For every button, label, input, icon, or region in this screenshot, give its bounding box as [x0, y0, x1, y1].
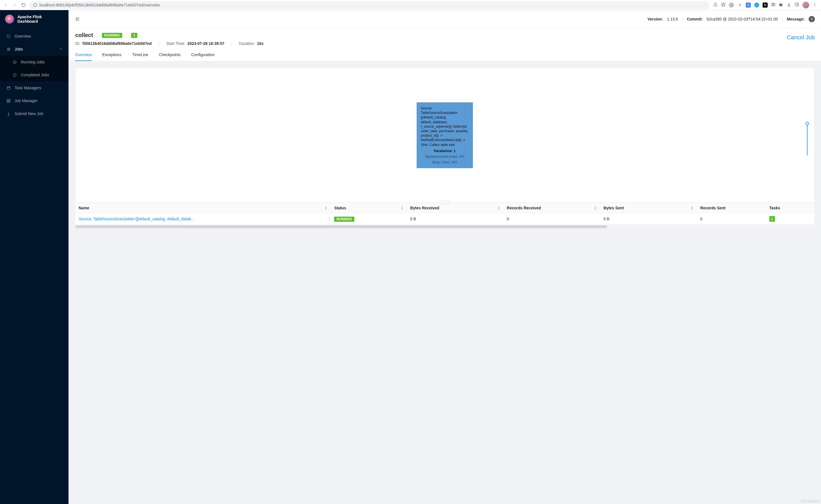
col-bytes-sent[interactable]: Bytes Sent▲▼: [600, 203, 697, 213]
panel-icon[interactable]: [795, 2, 799, 8]
tab-overview[interactable]: Overview: [75, 49, 91, 61]
sort-icon: ▲▼: [497, 206, 500, 210]
job-name: collect: [75, 32, 93, 38]
svg-rect-8: [795, 3, 799, 6]
sort-icon: ▲▼: [401, 206, 403, 210]
back-button[interactable]: [2, 2, 9, 8]
extension-icon[interactable]: G: [746, 3, 751, 8]
svg-point-10: [815, 3, 815, 3]
extension-icon[interactable]: …: [754, 3, 759, 8]
subtask-table: ⋯ Name▲▼ Status▲▼ Bytes Received▲▼ Recor…: [75, 203, 814, 228]
duration-label: Duration:: [239, 41, 255, 46]
star-icon[interactable]: [721, 2, 726, 8]
sidebar-item-label: Jobs: [15, 47, 23, 51]
bars-icon: [6, 47, 11, 51]
col-tasks[interactable]: Tasks: [766, 203, 814, 213]
resize-handle-icon[interactable]: ⋯: [441, 200, 449, 204]
row-status-badge: RUNNING: [334, 217, 354, 222]
arrow-left-icon: [3, 3, 8, 8]
sidebar-item-overview[interactable]: Overview: [0, 30, 68, 43]
job-graph-panel[interactable]: Source: TableSourceScan(table=[[default_…: [75, 68, 814, 203]
svg-point-19: [13, 73, 16, 76]
commit-label: Commit:: [687, 17, 703, 21]
sidebar-item-submit-new-job[interactable]: Submit New Job: [0, 107, 68, 120]
sidebar-item-label: Job Manager: [15, 98, 38, 103]
col-bytes-received[interactable]: Bytes Received▲▼: [407, 203, 504, 213]
arrow-right-icon: [12, 3, 17, 8]
extension-icon[interactable]: X: [737, 3, 742, 8]
main: Version: 1.13.6 | Commit: b2ca390 @ 2022…: [68, 10, 821, 504]
svg-rect-20: [7, 87, 10, 89]
check-circle-icon: [12, 73, 17, 77]
table-header-row: Name▲▼ Status▲▼ Bytes Received▲▼ Records…: [75, 203, 814, 213]
job-tabs: Overview Exceptions TimeLine Checkpoints…: [68, 49, 821, 61]
sidebar: Apache Flink Dashboard Overview Jobs: [0, 10, 68, 504]
col-records-received[interactable]: Records Received▲▼: [504, 203, 600, 213]
profile-avatar[interactable]: [802, 2, 809, 8]
tab-configuration[interactable]: Configuration: [191, 49, 214, 61]
sidebar-item-label: Overview: [15, 34, 31, 38]
sidebar-item-label: Running Jobs: [21, 60, 45, 64]
cancel-job-button[interactable]: Cancel Job: [787, 34, 815, 41]
subtask-table-inner: Name▲▼ Status▲▼ Bytes Received▲▼ Records…: [75, 203, 814, 225]
job-meta-row: ID: f35613b4016dd08af696a0e71eb507ed | S…: [75, 38, 814, 49]
address-bar-text: localhost:8081/#/job/f35613b4016dd08af69…: [39, 3, 160, 7]
product-title: Apache Flink Dashboard: [17, 15, 63, 24]
svg-point-6: [773, 4, 774, 5]
scrollbar-thumb[interactable]: [75, 225, 607, 228]
sidebar-jobs-submenu: Running Jobs Completed Jobs: [0, 56, 68, 81]
job-title-row: collect | RUNNING | 1: [75, 32, 814, 38]
tab-timeline[interactable]: TimeLine: [132, 49, 148, 61]
tab-exceptions[interactable]: Exceptions: [102, 49, 121, 61]
sort-icon: ▲▼: [594, 206, 597, 210]
graph-node-parallelism: Parallelism: 1: [421, 149, 469, 153]
sidebar-item-completed-jobs[interactable]: Completed Jobs: [0, 68, 68, 81]
topbar: Version: 1.13.6 | Commit: b2ca390 @ 2022…: [68, 10, 821, 28]
zoom-slider[interactable]: [804, 122, 810, 155]
horizontal-scrollbar[interactable]: [75, 225, 814, 228]
job-id-value: f35613b4016dd08af696a0e71eb507ed: [83, 41, 152, 46]
forward-button[interactable]: [11, 2, 18, 8]
share-icon[interactable]: [713, 2, 718, 8]
row-name-link[interactable]: Source: TableSourceScan(table=[[default_…: [79, 217, 195, 221]
play-circle-icon: [12, 60, 17, 64]
address-bar[interactable]: localhost:8081/#/job/f35613b4016dd08af69…: [29, 1, 709, 9]
sort-icon: ▲▼: [691, 206, 694, 210]
zoom-slider-handle[interactable]: [806, 122, 809, 125]
job-task-count-badge: 1: [131, 33, 138, 38]
sidebar-item-jobs[interactable]: Jobs: [0, 43, 68, 56]
svg-point-11: [815, 4, 815, 5]
kebab-icon[interactable]: [813, 2, 817, 8]
sidebar-item-task-managers[interactable]: Task Managers: [0, 81, 68, 94]
extension-icon[interactable]: N: [763, 3, 768, 8]
row-records-received: 0: [504, 213, 600, 225]
col-status[interactable]: Status▲▼: [331, 203, 407, 213]
svg-rect-24: [7, 99, 8, 100]
graph-node[interactable]: Source: TableSourceScan(table=[[default_…: [417, 102, 473, 168]
app-root: Apache Flink Dashboard Overview Jobs: [0, 10, 821, 504]
start-time-value: 2023-07-28 16:39:57: [187, 41, 225, 46]
sidebar-header: Apache Flink Dashboard: [0, 10, 68, 28]
sidebar-item-running-jobs[interactable]: Running Jobs: [0, 56, 68, 68]
chevron-up-icon: [59, 47, 62, 51]
table-row[interactable]: Source: TableSourceScan(table=[[default_…: [75, 213, 814, 225]
build-icon: [6, 98, 11, 103]
menu-fold-icon[interactable]: [75, 16, 80, 22]
extensions-puzzle-icon[interactable]: [779, 2, 783, 8]
download-icon[interactable]: [787, 2, 791, 8]
tab-checkpoints[interactable]: Checkpoints: [159, 49, 180, 61]
camera-icon[interactable]: [771, 2, 776, 8]
col-name[interactable]: Name▲▼: [75, 203, 331, 213]
message-label: Message:: [787, 17, 805, 21]
topbar-right: Version: 1.13.6 | Commit: b2ca390 @ 2022…: [648, 16, 815, 22]
message-count-badge[interactable]: 0: [809, 16, 815, 22]
separator: |: [782, 17, 783, 21]
row-bytes-sent: 0 B: [600, 213, 697, 225]
sidebar-item-job-manager[interactable]: Job Manager: [0, 94, 68, 107]
flink-logo-icon: [5, 15, 14, 24]
col-records-sent[interactable]: Records Sent: [697, 203, 766, 213]
version-label: Version:: [648, 17, 663, 21]
column-drag-icon[interactable]: ⋮: [327, 217, 331, 221]
extension-icon[interactable]: [729, 3, 734, 8]
reload-button[interactable]: [20, 2, 27, 8]
